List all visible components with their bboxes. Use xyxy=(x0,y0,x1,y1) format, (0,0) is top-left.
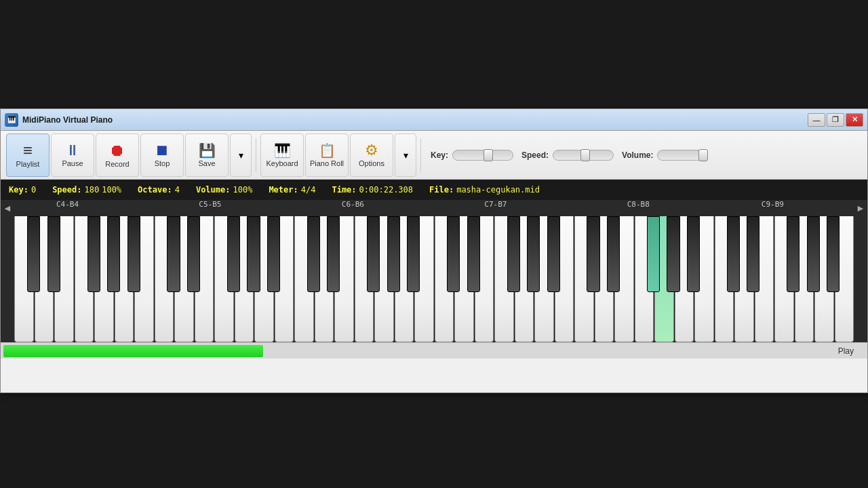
black-key[interactable] xyxy=(807,216,820,292)
toolbar-controls: Key: Speed: Volume: xyxy=(431,150,705,161)
playlist-button[interactable]: Playlist xyxy=(6,134,50,177)
meter-info-label: Meter: xyxy=(269,185,298,195)
black-key[interactable] xyxy=(307,216,320,292)
pause-label: Pause xyxy=(62,159,83,167)
black-key[interactable] xyxy=(507,216,520,292)
meter-info-value: 4/4 xyxy=(301,185,316,195)
playlist-label: Playlist xyxy=(16,160,40,168)
black-key[interactable] xyxy=(267,216,280,292)
black-key[interactable] xyxy=(747,216,760,292)
black-key[interactable] xyxy=(687,216,700,292)
minimize-button[interactable]: — xyxy=(808,113,825,127)
save-button[interactable]: Save xyxy=(185,134,229,177)
keyboard-container xyxy=(14,216,854,342)
stop-label: Stop xyxy=(155,159,170,167)
black-key[interactable] xyxy=(107,216,120,292)
black-key[interactable] xyxy=(647,216,660,292)
black-key[interactable] xyxy=(407,216,420,292)
octave-labels-row: ◄ C4-B4 C5-B5 C6-B6 C7-B7 C8-B8 C9-B9 ► xyxy=(1,200,867,216)
options-icon xyxy=(365,143,378,158)
key-info-value: 0 xyxy=(31,185,36,195)
title-bar-left: 🎹 MidiPiano Virtual Piano xyxy=(5,113,113,127)
meter-info: Meter: 4/4 xyxy=(269,185,315,195)
key-info: Key: 0 xyxy=(9,185,36,195)
time-info-label: Time: xyxy=(332,185,356,195)
close-button[interactable]: ✕ xyxy=(846,113,863,127)
volume-control-label: Volume: xyxy=(622,150,653,160)
black-key[interactable] xyxy=(447,216,460,292)
black-key[interactable] xyxy=(587,216,599,292)
black-key[interactable] xyxy=(167,216,180,292)
progress-area[interactable]: Play xyxy=(1,342,867,359)
info-bar: Key: 0 Speed: 180 100% Octave: 4 Volume:… xyxy=(1,180,867,200)
piano-roll-icon xyxy=(319,143,336,158)
pause-icon xyxy=(65,143,80,158)
octave-label-c5: C5-B5 xyxy=(199,200,221,209)
options-button[interactable]: Options xyxy=(350,134,393,177)
keyboard-label: Keyboard xyxy=(266,159,298,167)
progress-bar xyxy=(3,345,263,357)
volume-info-value: 100% xyxy=(233,185,252,195)
volume-slider-thumb[interactable] xyxy=(698,149,708,161)
octave-info-value: 4 xyxy=(175,185,180,195)
speed-info-value: 180 xyxy=(85,185,100,195)
speed-slider-thumb[interactable] xyxy=(580,149,590,161)
octave-info-label: Octave: xyxy=(138,185,172,195)
volume-control: Volume: xyxy=(622,150,705,161)
pause-button[interactable]: Pause xyxy=(51,134,94,177)
octave-label-c6: C6-B6 xyxy=(342,200,364,209)
black-key[interactable] xyxy=(27,216,40,292)
black-key[interactable] xyxy=(667,216,679,292)
key-control: Key: xyxy=(431,150,513,161)
piano-area: ◄ C4-B4 C5-B5 C6-B6 C7-B7 C8-B8 C9-B9 ► xyxy=(1,200,867,342)
save-label: Save xyxy=(198,159,215,167)
octave-label-c4: C4-B4 xyxy=(56,200,79,209)
keyboard-button[interactable]: Keyboard xyxy=(260,134,304,177)
piano-roll-label: Piano Roll xyxy=(310,159,344,167)
speed-control: Speed: xyxy=(521,150,614,161)
key-slider-thumb[interactable] xyxy=(484,149,493,161)
volume-slider[interactable] xyxy=(657,150,705,161)
black-key[interactable] xyxy=(827,216,840,292)
file-info-value: masha-cegukan.mid xyxy=(456,185,540,195)
octave-label-c9: C9-B9 xyxy=(762,200,784,209)
black-key[interactable] xyxy=(327,216,340,292)
black-key[interactable] xyxy=(127,216,140,292)
speed-slider[interactable] xyxy=(553,150,614,161)
toolbar: Playlist Pause Record Stop Save ▾ Keyboa… xyxy=(1,131,867,180)
black-key[interactable] xyxy=(387,216,400,292)
play-label: Play xyxy=(838,346,854,356)
black-key[interactable] xyxy=(547,216,560,292)
prev-octave-arrow[interactable]: ◄ xyxy=(1,200,14,216)
octave-info: Octave: 4 xyxy=(138,185,180,195)
speed-info-label: Speed: xyxy=(52,185,81,195)
piano-roll-button[interactable]: Piano Roll xyxy=(305,134,349,177)
black-key[interactable] xyxy=(227,216,240,292)
key-slider[interactable] xyxy=(452,150,513,161)
app-title: MidiPiano Virtual Piano xyxy=(22,115,113,125)
black-key[interactable] xyxy=(367,216,380,292)
volume-info-label: Volume: xyxy=(196,185,231,195)
save-dropdown[interactable]: ▾ xyxy=(230,134,252,177)
restore-button[interactable]: ❐ xyxy=(827,113,844,127)
record-label: Record xyxy=(105,160,129,168)
app-icon: 🎹 xyxy=(5,113,18,127)
speed-control-label: Speed: xyxy=(521,150,549,160)
black-key[interactable] xyxy=(87,216,100,292)
black-key[interactable] xyxy=(527,216,540,292)
octave-label-c8: C8-B8 xyxy=(627,200,650,209)
stop-button[interactable]: Stop xyxy=(140,134,184,177)
black-key[interactable] xyxy=(187,216,200,292)
black-key[interactable] xyxy=(467,216,480,292)
key-control-label: Key: xyxy=(431,150,448,160)
speed-info: Speed: 180 100% xyxy=(52,185,121,195)
next-octave-arrow[interactable]: ► xyxy=(854,200,867,216)
black-key[interactable] xyxy=(727,216,740,292)
black-key[interactable] xyxy=(787,216,800,292)
black-key[interactable] xyxy=(47,216,60,292)
octave-label-c7: C7-B7 xyxy=(484,200,507,209)
black-key[interactable] xyxy=(247,216,260,292)
record-button[interactable]: Record xyxy=(96,134,139,177)
options-dropdown[interactable]: ▾ xyxy=(395,134,416,177)
black-key[interactable] xyxy=(607,216,620,292)
